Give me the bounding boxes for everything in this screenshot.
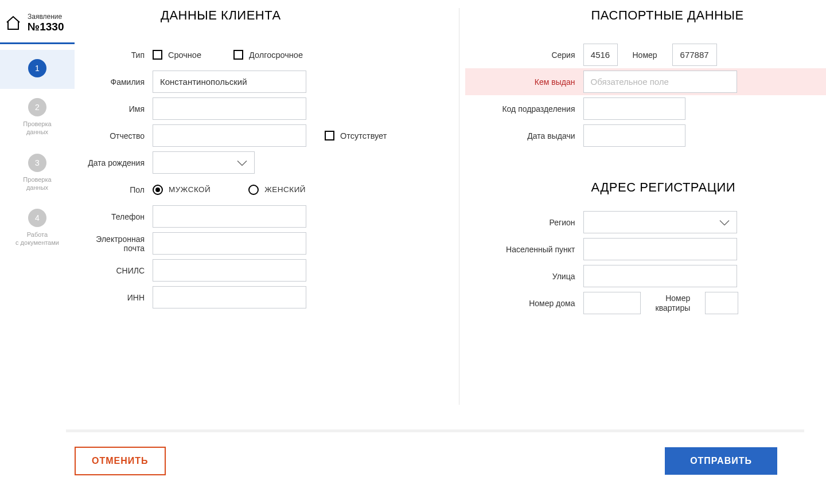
inn-input[interactable] [153,286,306,308]
birthdate-label: Дата рождения [75,158,153,167]
patronymic-input[interactable] [153,124,306,147]
chevron-down-icon [237,158,247,167]
name-label: Имя [75,104,153,114]
phone-label: Телефон [75,212,153,221]
street-label: Улица [465,272,583,281]
region-select[interactable] [583,211,737,233]
surname-label: Фамилия [75,77,153,87]
main-content: ДАННЫЕ КЛИЕНТА Тип Срочное Долгосрочное … [75,0,826,504]
birthdate-select[interactable] [153,151,255,174]
step-2[interactable]: 2 Проверка данных [0,89,75,144]
checkbox-label: Отсутствует [340,131,387,140]
type-label: Тип [75,50,153,60]
inn-label: ИНН [75,293,153,302]
gender-label: Пол [75,185,153,194]
radio-label: МУЖСКОЙ [169,185,211,194]
checkbox-label: Долгосрочное [249,50,303,60]
phone-input[interactable] [153,205,306,228]
step-label: Работа с документами [15,230,59,247]
step-number: 4 [28,209,46,227]
footer: ОТМЕНИТЬ ОТПРАВИТЬ [75,447,777,475]
type-urgent-checkbox[interactable]: Срочное [153,50,201,60]
step-number: 1 [28,59,46,77]
client-data-title: ДАННЫЕ КЛИЕНТА [161,8,436,23]
checkbox-icon [325,131,334,140]
number-label: Номер [633,50,657,60]
number-input[interactable] [672,44,717,66]
gender-male-radio[interactable]: МУЖСКОЙ [153,185,211,195]
sidebar-header: Заявление №1330 [0,0,75,42]
step-number: 3 [28,154,46,172]
region-label: Регион [465,218,583,227]
client-data-section: ДАННЫЕ КЛИЕНТА Тип Срочное Долгосрочное … [75,0,459,413]
name-input[interactable] [153,97,306,120]
house-label: Номер дома [465,299,583,308]
surname-input[interactable] [153,71,306,93]
application-number: №1330 [28,21,64,33]
checkbox-icon [153,50,162,60]
email-input[interactable] [153,232,306,255]
step-3[interactable]: 3 Проверка данных [0,144,75,200]
footer-divider [66,429,804,432]
snils-input[interactable] [153,259,306,282]
patronymic-absent-checkbox[interactable]: Отсутствует [325,131,387,140]
step-4[interactable]: 4 Работа с документами [0,200,75,255]
step-label: Проверка данных [23,120,51,136]
type-long-checkbox[interactable]: Долгосрочное [233,50,303,60]
step-label: Проверка данных [23,175,51,192]
city-label: Населенный пункт [465,245,583,254]
patronymic-label: Отчество [75,131,153,140]
cancel-button[interactable]: ОТМЕНИТЬ [75,447,166,475]
snils-label: СНИЛС [75,266,153,275]
gender-female-radio[interactable]: ЖЕНСКИЙ [248,185,306,195]
checkbox-icon [233,50,243,60]
issued-by-label: Кем выдан [465,77,583,87]
checkbox-label: Срочное [168,50,201,60]
city-input[interactable] [583,238,737,260]
dept-code-input[interactable] [583,97,685,120]
issue-date-input[interactable] [583,124,685,147]
apt-input[interactable] [705,292,738,314]
radio-icon [248,185,259,195]
chevron-down-icon [719,217,730,227]
submit-button[interactable]: ОТПРАВИТЬ [665,447,777,475]
address-title: АДРЕС РЕГИСТРАЦИИ [591,180,827,195]
house-input[interactable] [583,292,641,314]
step-1[interactable]: 1 [0,50,75,89]
radio-icon [153,185,163,195]
issue-date-label: Дата выдачи [465,131,583,140]
radio-label: ЖЕНСКИЙ [264,185,306,194]
house-icon [5,14,22,32]
application-label: Заявление [28,13,64,21]
issued-by-input[interactable] [583,71,737,93]
sidebar: Заявление №1330 1 2 Проверка данных 3 Пр… [0,0,75,504]
series-label: Серия [465,50,583,60]
sidebar-underline [0,42,75,44]
step-number: 2 [28,98,46,116]
street-input[interactable] [583,265,737,287]
series-input[interactable] [583,44,618,66]
dept-code-label: Код подразделения [465,104,583,114]
email-label: Электронная почта [75,235,153,253]
passport-address-section: ПАСПОРТНЫЕ ДАННЫЕ Серия Номер Кем выдан … [459,0,827,413]
apt-label: Номер квартиры [656,294,691,313]
passport-data-title: ПАСПОРТНЫЕ ДАННЫЕ [591,8,827,23]
